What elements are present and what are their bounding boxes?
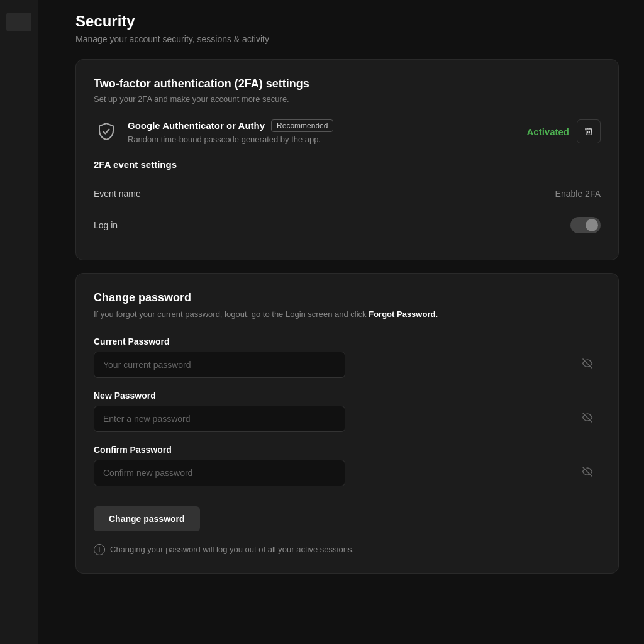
toggle-current-password-icon[interactable] bbox=[582, 358, 593, 372]
event-column-header: Event name bbox=[94, 189, 141, 199]
change-password-description: If you forgot your current password, log… bbox=[94, 308, 601, 321]
page-title: Security bbox=[75, 13, 619, 30]
page-subtitle: Manage your account security, sessions &… bbox=[75, 34, 619, 44]
change-password-title: Change password bbox=[94, 291, 601, 304]
login-toggle[interactable] bbox=[570, 217, 601, 233]
current-password-label: Current Password bbox=[94, 336, 601, 347]
auth-name: Google Authenticator or Authy bbox=[128, 120, 265, 131]
auth-info: Google Authenticator or Authy Recommende… bbox=[128, 119, 518, 144]
shield-icon bbox=[94, 119, 119, 144]
toggle-confirm-password-icon[interactable] bbox=[582, 466, 593, 480]
warning-text: Changing your password will log you out … bbox=[110, 545, 354, 554]
authenticator-row: Google Authenticator or Authy Recommende… bbox=[94, 119, 601, 144]
delete-authenticator-button[interactable] bbox=[577, 119, 601, 143]
info-icon: i bbox=[94, 544, 105, 555]
new-password-wrap bbox=[94, 406, 601, 432]
change-password-button[interactable]: Change password bbox=[94, 506, 200, 531]
event-table: Event name Enable 2FA Log in bbox=[94, 180, 601, 242]
confirm-password-group: Confirm Password bbox=[94, 445, 601, 486]
twofa-subtitle: Set up your 2FA and make your account mo… bbox=[94, 94, 601, 104]
twofa-card: Two-factor authentication (2FA) settings… bbox=[75, 59, 619, 260]
recommended-badge: Recommended bbox=[271, 119, 333, 132]
enable-column-header: Enable 2FA bbox=[555, 189, 601, 199]
confirm-password-input[interactable] bbox=[94, 460, 345, 486]
auth-description: Random time-bound passcode generated by … bbox=[128, 135, 518, 144]
password-warning: i Changing your password will log you ou… bbox=[94, 544, 601, 555]
confirm-password-wrap bbox=[94, 460, 601, 486]
login-event-name: Log in bbox=[94, 220, 118, 230]
new-password-label: New Password bbox=[94, 391, 601, 401]
forgot-password-link: Forgot Password. bbox=[369, 309, 438, 319]
activated-status: Activated bbox=[526, 126, 569, 137]
event-table-header: Event name Enable 2FA bbox=[94, 180, 601, 208]
event-login-row: Log in bbox=[94, 208, 601, 242]
twofa-title: Two-factor authentication (2FA) settings bbox=[94, 77, 601, 91]
sidebar bbox=[0, 0, 38, 644]
toggle-new-password-icon[interactable] bbox=[582, 412, 593, 426]
new-password-input[interactable] bbox=[94, 406, 345, 432]
current-password-group: Current Password bbox=[94, 336, 601, 378]
main-content: Security Manage your account security, s… bbox=[38, 0, 644, 644]
page-wrapper: Security Manage your account security, s… bbox=[0, 0, 644, 644]
new-password-group: New Password bbox=[94, 391, 601, 432]
current-password-wrap bbox=[94, 352, 601, 378]
change-password-card: Change password If you forgot your curre… bbox=[75, 273, 619, 574]
current-password-input[interactable] bbox=[94, 352, 345, 378]
auth-name-row: Google Authenticator or Authy Recommende… bbox=[128, 119, 518, 132]
auth-status-area: Activated bbox=[526, 119, 601, 143]
confirm-password-label: Confirm Password bbox=[94, 445, 601, 455]
event-settings-label: 2FA event settings bbox=[94, 159, 601, 170]
